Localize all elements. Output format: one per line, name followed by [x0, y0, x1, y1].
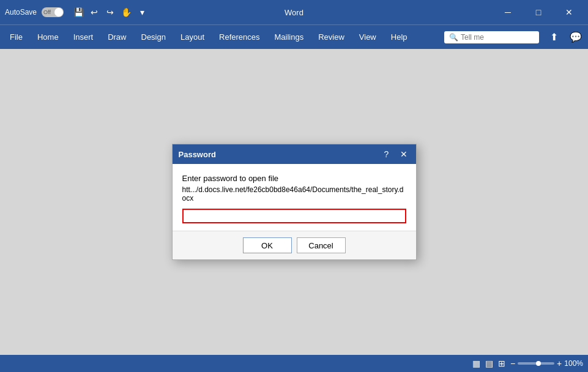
dialog-titlebar: Password ? ✕	[173, 144, 416, 164]
zoom-percent: 100%	[564, 359, 583, 368]
window-controls: ─ □ ✕	[494, 0, 583, 24]
cancel-button[interactable]: Cancel	[297, 237, 346, 253]
menu-home[interactable]: Home	[30, 29, 66, 45]
autosave-label: AutoSave	[5, 8, 37, 17]
toggle-knob	[54, 8, 63, 17]
redo-icon[interactable]: ↪	[104, 6, 116, 18]
dialog-body: Enter password to open file htt.../d.doc…	[173, 164, 416, 231]
ok-button[interactable]: OK	[243, 237, 292, 253]
zoom-out-icon[interactable]: −	[510, 359, 515, 368]
dialog-help-button[interactable]: ?	[381, 148, 393, 160]
search-input[interactable]	[461, 33, 534, 42]
minimize-button[interactable]: ─	[494, 0, 522, 24]
status-bar: ▦ ▤ ⊞ − + 100%	[0, 355, 588, 372]
restore-button[interactable]: □	[524, 0, 553, 24]
dialog-close-button[interactable]: ✕	[398, 148, 410, 160]
password-input[interactable]	[182, 209, 406, 223]
dialog-message: Enter password to open file	[182, 174, 406, 183]
menu-file[interactable]: File	[2, 29, 30, 45]
share-icon[interactable]: ⬆	[544, 28, 564, 47]
layout-icon2[interactable]: ▤	[485, 359, 493, 368]
menu-review[interactable]: Review	[311, 29, 352, 45]
dialog-titlebar-icons: ? ✕	[381, 148, 410, 160]
layout-icon3[interactable]: ⊞	[498, 359, 505, 368]
dialog-title: Password	[179, 150, 216, 159]
touch-icon[interactable]: ✋	[120, 6, 132, 18]
dialog-footer: OK Cancel	[173, 231, 416, 259]
comments-icon[interactable]: 💬	[566, 28, 586, 47]
undo-icon[interactable]: ↩	[88, 6, 100, 18]
zoom-slider[interactable]	[518, 362, 554, 365]
save-icon[interactable]: 💾	[72, 6, 84, 18]
search-box[interactable]: 🔍	[444, 31, 539, 43]
menu-bar: File Home Insert Draw Design Layout Refe…	[0, 24, 588, 49]
menu-view[interactable]: View	[352, 29, 384, 45]
menu-draw[interactable]: Draw	[100, 29, 133, 45]
zoom-slider-thumb	[536, 361, 541, 366]
zoom-in-icon[interactable]: +	[557, 359, 562, 368]
customize-icon[interactable]: ▾	[136, 6, 148, 18]
quick-access-toolbar: 💾 ↩ ↪ ✋ ▾	[72, 6, 148, 18]
close-button[interactable]: ✕	[555, 0, 583, 24]
title-bar-left: AutoSave Off 💾 ↩ ↪ ✋ ▾	[5, 6, 148, 18]
zoom-bar: − + 100%	[510, 359, 583, 368]
search-icon: 🔍	[449, 33, 458, 42]
menu-help[interactable]: Help	[384, 29, 415, 45]
menu-insert[interactable]: Insert	[66, 29, 101, 45]
title-bar: AutoSave Off 💾 ↩ ↪ ✋ ▾ Word ─ □ ✕	[0, 0, 588, 24]
dialog-overlay: Password ? ✕ Enter password to open file…	[0, 49, 588, 355]
toggle-off-text: Off	[43, 9, 51, 15]
menu-design[interactable]: Design	[134, 29, 173, 45]
header-right-icons: ⬆ 💬	[544, 28, 586, 47]
menu-layout[interactable]: Layout	[173, 29, 212, 45]
dialog-filepath: htt.../d.docs.live.net/fe26cb0bd8e46a64/…	[182, 185, 406, 203]
layout-icon1[interactable]: ▦	[472, 359, 480, 368]
password-dialog: Password ? ✕ Enter password to open file…	[172, 144, 417, 260]
autosave-toggle[interactable]: Off	[42, 7, 64, 17]
menu-references[interactable]: References	[212, 29, 267, 45]
app-title: Word	[285, 8, 303, 17]
main-content: Password ? ✕ Enter password to open file…	[0, 49, 588, 355]
menu-mailings[interactable]: Mailings	[267, 29, 311, 45]
